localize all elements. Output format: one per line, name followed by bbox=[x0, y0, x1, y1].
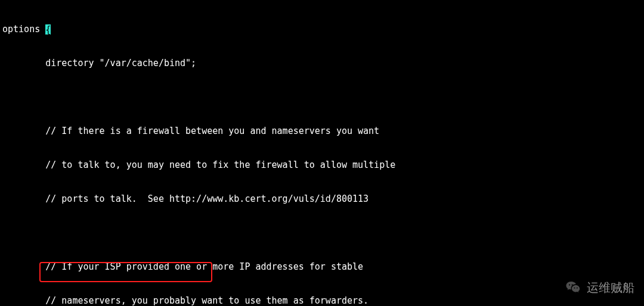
cursor: { bbox=[45, 24, 51, 35]
watermark-text: 运维贼船 bbox=[587, 282, 634, 293]
code-line: options { bbox=[2, 24, 644, 35]
code-line: directory "/var/cache/bind"; bbox=[2, 58, 644, 69]
code-line: // to talk to, you may need to fix the f… bbox=[2, 160, 644, 171]
code-line: // nameservers, you probably want to use… bbox=[2, 295, 644, 306]
code-line: // ports to talk. See http://www.kb.cert… bbox=[2, 193, 644, 205]
code-text: options bbox=[2, 24, 45, 35]
code-line: // If there is a firewall between you an… bbox=[2, 126, 644, 137]
code-line: // If your ISP provided one or more IP a… bbox=[2, 261, 644, 273]
terminal-editor[interactable]: options { directory "/var/cache/bind"; /… bbox=[0, 0, 644, 306]
watermark: 运维贼船 bbox=[565, 280, 634, 295]
wechat-icon bbox=[565, 280, 581, 295]
code-line bbox=[2, 227, 644, 239]
code-line bbox=[2, 92, 644, 103]
